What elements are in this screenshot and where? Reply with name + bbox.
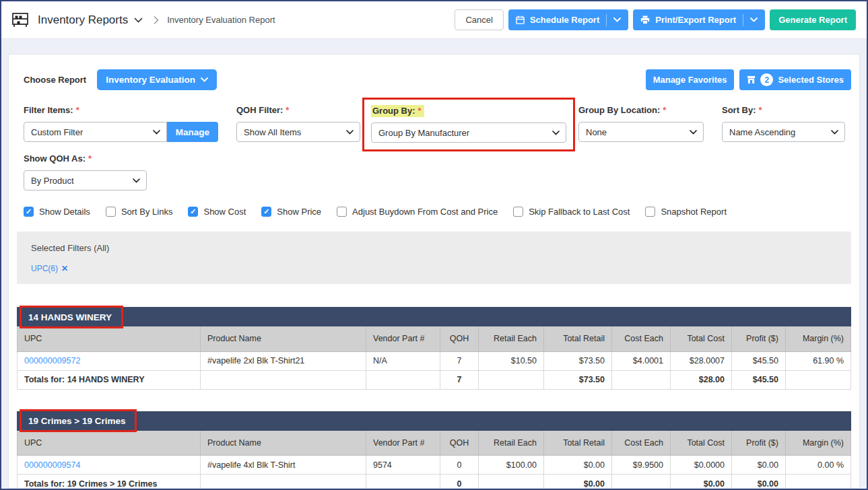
cell-vendor-part: N/A xyxy=(366,351,440,370)
totals-cell-product-name xyxy=(201,370,366,389)
group-title-annotation: 14 HANDS WINERY xyxy=(20,306,123,328)
store-icon xyxy=(747,75,756,84)
unchecked-checkbox-icon[interactable] xyxy=(106,207,116,217)
unchecked-checkbox-icon[interactable] xyxy=(645,207,655,217)
cell-retail-each: $10.50 xyxy=(479,351,544,370)
breadcrumb-current: Inventory Evaluation Report xyxy=(167,15,275,25)
filter-chip-link[interactable]: UPC(6) xyxy=(31,264,58,273)
checkbox-label: Skip Fallback to Last Cost xyxy=(529,207,630,217)
group-by-label: Group By:* xyxy=(371,105,566,117)
checkbox-sort-by-links[interactable]: Sort By Links xyxy=(106,207,173,217)
page-title: Inventory Reports xyxy=(38,13,128,27)
group-by-group: Group By:* Group By Manufacturer xyxy=(371,105,566,143)
show-qoh-as-group: Show QOH As:* By Product xyxy=(24,153,851,190)
column-header-qoh: QOH xyxy=(440,431,479,456)
qoh-filter-select[interactable]: Show All Items xyxy=(236,122,360,142)
totals-cell-total-cost: $0.00 xyxy=(671,475,732,489)
selected-filters-panel: Selected Filters (All) UPC(6)✕ xyxy=(17,232,851,284)
print-export-report-label: Print/Export Report xyxy=(655,15,736,25)
manage-favorites-button[interactable]: Manage Favorites xyxy=(646,69,735,90)
upc-link[interactable]: 000000009572 xyxy=(24,356,80,365)
report-table: UPCProduct NameVendor Part #QOHRetail Ea… xyxy=(17,326,851,390)
totals-cell-cost-each xyxy=(612,475,671,489)
chevron-down-icon xyxy=(690,130,697,135)
filter-chip: UPC(6)✕ xyxy=(31,262,68,273)
required-asterisk: * xyxy=(88,153,92,164)
required-asterisk: * xyxy=(286,105,289,115)
cell-upc: 000000009574 xyxy=(18,456,201,475)
chevron-down-icon xyxy=(133,178,140,183)
cell-qoh: 7 xyxy=(440,351,479,370)
group-by-location-select[interactable]: None xyxy=(578,122,704,142)
unchecked-checkbox-icon[interactable] xyxy=(337,207,347,217)
checked-checkbox-icon[interactable]: ✓ xyxy=(261,207,271,217)
checked-checkbox-icon[interactable]: ✓ xyxy=(188,207,198,217)
table-row: 000000009572#vapelife 2xl Blk T-Shirt21N… xyxy=(18,351,851,370)
checkbox-label: Show Cost xyxy=(203,207,246,217)
column-header-product-name: Product Name xyxy=(201,431,366,456)
column-header-vendor-part: Vendor Part # xyxy=(366,431,440,456)
totals-cell-qoh: 0 xyxy=(440,475,479,489)
highlighted-label: Group By:* xyxy=(371,105,424,117)
sort-by-select[interactable]: Name Ascending xyxy=(722,122,845,142)
choose-report-row: Choose Report Inventory Evaluation Manag… xyxy=(24,69,851,90)
totals-cell-total-cost: $28.00 xyxy=(671,370,732,389)
cell-retail-each: $100.00 xyxy=(479,456,544,475)
checkbox-show-cost[interactable]: ✓Show Cost xyxy=(188,207,246,217)
unchecked-checkbox-icon[interactable] xyxy=(513,207,523,217)
column-header-profit: Profit ($) xyxy=(732,431,786,456)
column-header-total-cost: Total Cost xyxy=(671,326,732,351)
required-asterisk: * xyxy=(418,106,422,116)
checked-checkbox-icon[interactable]: ✓ xyxy=(24,207,34,217)
column-header-total-retail: Total Retail xyxy=(544,326,612,351)
column-header-vendor-part: Vendor Part # xyxy=(366,326,440,351)
column-header-cost-each: Cost Each xyxy=(612,431,671,456)
schedule-report-button[interactable]: Schedule Report xyxy=(508,9,628,30)
checkbox-snapshot-report[interactable]: Snapshot Report xyxy=(645,207,727,217)
sort-by-value: Name Ascending xyxy=(729,127,795,137)
column-header-upc: UPC xyxy=(18,326,201,351)
selected-stores-button[interactable]: 2 Selected Stores xyxy=(739,69,851,90)
cell-product-name: #vapelife 4xl Blk T-Shirt xyxy=(201,456,366,475)
checkbox-label: Sort By Links xyxy=(121,207,173,217)
show-qoh-as-label: Show QOH As:* xyxy=(24,153,851,164)
cell-vendor-part: 9574 xyxy=(366,456,440,475)
show-qoh-as-select[interactable]: By Product xyxy=(24,170,147,190)
group-by-select[interactable]: Group By Manufacturer xyxy=(371,123,566,143)
chevron-down-icon[interactable] xyxy=(750,18,758,22)
checkbox-show-details[interactable]: ✓Show Details xyxy=(24,207,90,217)
chevron-down-icon[interactable] xyxy=(134,18,143,23)
filter-items-select[interactable]: Custom Filter xyxy=(24,122,167,142)
print-export-report-button[interactable]: Print/Export Report xyxy=(633,9,765,30)
totals-cell-upc: Totals for: 19 Crimes > 19 Crimes xyxy=(18,475,201,489)
checkbox-adjust-buydown-from-cost-and-price[interactable]: Adjust Buydown From Cost and Price xyxy=(337,207,498,217)
group-header-band: 14 HANDS WINERY xyxy=(17,307,851,326)
chevron-down-icon[interactable] xyxy=(613,18,621,22)
report-type-dropdown[interactable]: Inventory Evaluation xyxy=(97,69,217,90)
qoh-filter-group: QOH Filter:* Show All Items xyxy=(236,105,360,142)
filter-items-group: Filter Items:* Custom Filter Manage xyxy=(24,105,218,142)
totals-row: Totals for: 14 HANDS WINERY7$73.50$28.00… xyxy=(18,370,851,389)
printer-icon xyxy=(640,15,650,24)
generate-report-button[interactable]: Generate Report xyxy=(770,9,856,30)
cell-margin: 0.00 % xyxy=(786,456,851,475)
column-header-cost-each: Cost Each xyxy=(612,326,671,351)
totals-cell-margin xyxy=(786,475,851,489)
cancel-button[interactable]: Cancel xyxy=(455,9,503,30)
checkbox-skip-fallback-to-last-cost[interactable]: Skip Fallback to Last Cost xyxy=(513,207,630,217)
checkbox-show-price[interactable]: ✓Show Price xyxy=(261,207,321,217)
checkbox-label: Adjust Buydown From Cost and Price xyxy=(352,207,498,217)
required-asterisk: * xyxy=(76,105,79,115)
cell-cost-each: $4.0001 xyxy=(612,351,671,370)
cell-qoh: 0 xyxy=(440,456,479,475)
column-header-retail-each: Retail Each xyxy=(479,326,544,351)
remove-filter-icon[interactable]: ✕ xyxy=(61,264,68,273)
column-header-profit: Profit ($) xyxy=(732,326,786,351)
totals-cell-qoh: 7 xyxy=(440,370,479,389)
totals-cell-profit: $0.00 xyxy=(732,475,786,489)
manage-filter-button[interactable]: Manage xyxy=(167,122,218,142)
chevron-down-icon xyxy=(153,130,160,135)
inventory-shelf-icon xyxy=(12,13,28,28)
report-table: UPCProduct NameVendor Part #QOHRetail Ea… xyxy=(17,431,851,489)
upc-link[interactable]: 000000009574 xyxy=(24,460,80,470)
